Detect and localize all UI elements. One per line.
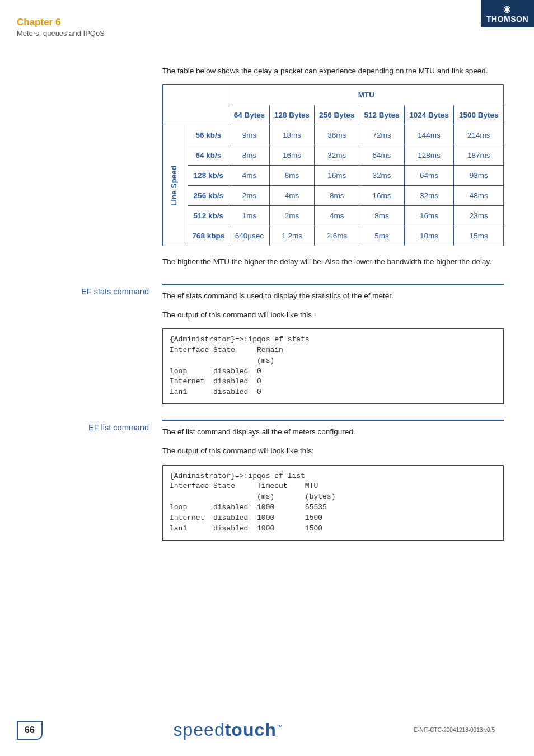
- cell: 16ms: [315, 166, 359, 186]
- document-id: E-NIT-CTC-20041213-0013 v0.5: [414, 727, 495, 733]
- cell: 4ms: [315, 206, 359, 226]
- col-512: 512 Bytes: [359, 105, 404, 125]
- cell: 9ms: [229, 125, 269, 145]
- cell: 5ms: [359, 226, 404, 246]
- cell: 32ms: [404, 186, 454, 206]
- brand-light: speed: [173, 720, 224, 740]
- thomson-logo: ◉ THOMSON: [481, 0, 534, 27]
- cell: 8ms: [229, 145, 269, 166]
- row-512: 512 kb/s: [188, 206, 229, 226]
- cell: 16ms: [404, 206, 454, 226]
- ef-list-output: {Administrator}=>:ipqos ef list Interfac…: [162, 465, 504, 541]
- ef-stats-p1: The ef stats command is used to display …: [162, 290, 504, 302]
- cell: 2.6ms: [315, 226, 359, 246]
- cell: 8ms: [315, 186, 359, 206]
- ef-stats-p2: The output of this command will look lik…: [162, 309, 504, 321]
- cell: 72ms: [359, 125, 404, 145]
- row-768: 768 kbps: [188, 226, 229, 246]
- col-64: 64 Bytes: [229, 105, 269, 125]
- globe-icon: ◉: [486, 3, 528, 14]
- row-56: 56 kb/s: [188, 125, 229, 145]
- cell: 16ms: [359, 186, 404, 206]
- chapter-title: Chapter 6: [17, 17, 105, 28]
- cell: 4ms: [229, 166, 269, 186]
- intro-paragraph: The table below shows the delay a packet…: [162, 65, 504, 77]
- cell: 23ms: [454, 206, 504, 226]
- trademark-icon: ™: [277, 724, 283, 730]
- ef-list-p2: The output of this command will look lik…: [162, 445, 504, 457]
- cell: 8ms: [269, 166, 314, 186]
- divider: [162, 284, 504, 285]
- cell: 16ms: [269, 145, 314, 166]
- cell: 8ms: [359, 206, 404, 226]
- page-number: 66: [17, 721, 43, 740]
- cell: 640µsec: [229, 226, 269, 246]
- speedtouch-logo: speedtouch™: [173, 720, 283, 740]
- cell: 1ms: [229, 206, 269, 226]
- cell: 18ms: [269, 125, 314, 145]
- col-128: 128 Bytes: [269, 105, 314, 125]
- ef-list-label: EF list command: [17, 420, 162, 541]
- cell: 187ms: [454, 145, 504, 166]
- after-table-paragraph: The higher the MTU the higher the delay …: [162, 256, 504, 267]
- ef-stats-output: {Administrator}=>:ipqos ef stats Interfa…: [162, 328, 504, 404]
- row-128: 128 kb/s: [188, 166, 229, 186]
- cell: 36ms: [315, 125, 359, 145]
- row-256: 256 kb/s: [188, 186, 229, 206]
- logo-text: THOMSON: [486, 15, 528, 24]
- ef-stats-label: EF stats command: [17, 284, 162, 405]
- cell: 2ms: [269, 206, 314, 226]
- cell: 128ms: [404, 145, 454, 166]
- row-64: 64 kb/s: [188, 145, 229, 166]
- cell: 32ms: [359, 166, 404, 186]
- cell: 48ms: [454, 186, 504, 206]
- ef-list-p1: The ef list command displays all the ef …: [162, 426, 504, 438]
- chapter-subtitle: Meters, queues and IPQoS: [17, 29, 105, 37]
- cell: 214ms: [454, 125, 504, 145]
- cell: 2ms: [229, 186, 269, 206]
- divider: [162, 420, 504, 421]
- cell: 64ms: [404, 166, 454, 186]
- col-1500: 1500 Bytes: [454, 105, 504, 125]
- cell: 1.2ms: [269, 226, 314, 246]
- mtu-delay-table: MTU 64 Bytes 128 Bytes 256 Bytes 512 Byt…: [162, 84, 504, 246]
- cell: 10ms: [404, 226, 454, 246]
- col-1024: 1024 Bytes: [404, 105, 454, 125]
- cell: 15ms: [454, 226, 504, 246]
- mtu-header: MTU: [229, 85, 503, 105]
- cell: 64ms: [359, 145, 404, 166]
- line-speed-header: Line Speed: [163, 125, 188, 246]
- cell: 144ms: [404, 125, 454, 145]
- brand-bold: touch: [225, 720, 277, 740]
- cell: 4ms: [269, 186, 314, 206]
- col-256: 256 Bytes: [315, 105, 359, 125]
- cell: 32ms: [315, 145, 359, 166]
- cell: 93ms: [454, 166, 504, 186]
